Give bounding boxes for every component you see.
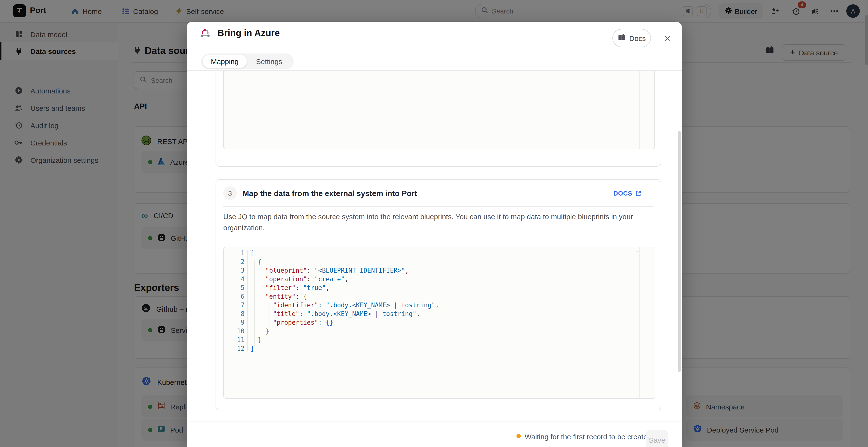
step-divider <box>223 206 654 207</box>
step-heading: Map the data from the external system in… <box>243 189 417 198</box>
jq-mapping-editor[interactable]: 123456789101112 [ { "blueprint": "<BLUEP… <box>223 247 655 399</box>
modal-docs-label: Docs <box>629 34 646 42</box>
editor-gutter: 123456789101112 <box>224 249 245 353</box>
jq-editor-lines: [ { "blueprint": "<BLUEPRINT_IDENTIFIER>… <box>250 249 439 353</box>
step-number: 3 <box>223 186 237 200</box>
close-icon[interactable]: ✕ <box>661 33 673 44</box>
modal-tabs: Mapping Settings <box>201 54 294 69</box>
fold-marker[interactable]: − <box>636 248 639 254</box>
status-dot-orange <box>517 434 521 438</box>
docs-link-label: DOCS <box>613 190 632 197</box>
docs-link[interactable]: DOCS <box>613 190 641 197</box>
previous-step-card <box>216 71 661 167</box>
step-description: Use JQ to map data from the source syste… <box>223 211 654 233</box>
editor-scroll-border <box>640 247 640 398</box>
modal-docs-button[interactable]: Docs <box>613 29 651 47</box>
footer-status-text: Waiting for the first record to be creat… <box>525 433 651 441</box>
footer-divider <box>187 421 682 421</box>
editor-scroll-border <box>640 71 640 149</box>
app-root: Port Home Catalog Self-service <box>0 0 868 447</box>
tab-mapping[interactable]: Mapping <box>203 55 247 68</box>
modal-scrollbar-thumb[interactable] <box>678 131 681 372</box>
gutter-separator <box>247 250 248 351</box>
tab-settings[interactable]: Settings <box>247 55 291 68</box>
webhook-icon <box>199 27 211 41</box>
step-3-card: 3 Map the data from the external system … <box>216 179 661 410</box>
modal-title: Bring in Azure <box>217 28 280 38</box>
external-link-icon <box>635 190 641 197</box>
book-icon <box>618 34 626 42</box>
previous-step-editor[interactable] <box>223 71 655 149</box>
save-button[interactable]: Save <box>646 430 669 447</box>
bring-in-azure-modal: Bring in Azure Docs ✕ Mapping Settings 3… <box>187 22 682 447</box>
